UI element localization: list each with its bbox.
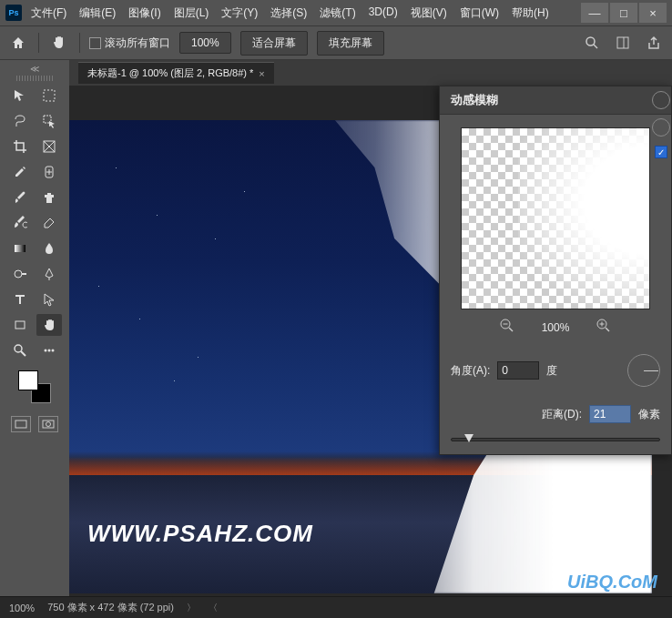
motion-blur-dialog[interactable]: 动感模糊 100% 角度(A): 度 距离(D): 像素	[439, 86, 672, 455]
rectangle-tool[interactable]	[7, 314, 33, 336]
brush-tool[interactable]	[7, 187, 33, 208]
zoom-level-button[interactable]: 100%	[179, 32, 231, 54]
workspace-icon[interactable]	[612, 32, 634, 54]
menu-type[interactable]: 文字(Y)	[221, 5, 258, 21]
menu-filter[interactable]: 滤镜(T)	[320, 5, 355, 21]
edit-toolbar[interactable]	[36, 339, 62, 361]
checkbox-icon[interactable]	[89, 37, 101, 49]
svg-line-1	[594, 45, 597, 48]
svg-point-20	[52, 350, 55, 352]
scroll-all-option[interactable]: 滚动所有窗口	[89, 35, 170, 51]
side-ok-icon[interactable]	[652, 91, 670, 109]
svg-rect-15	[15, 321, 25, 329]
angle-label: 角度(A):	[451, 363, 490, 379]
menu-3d[interactable]: 3D(D)	[369, 5, 398, 21]
options-bar: 滚动所有窗口 100% 适合屏幕 填充屏幕	[0, 25, 672, 60]
menu-help[interactable]: 帮助(H)	[512, 5, 549, 21]
svg-line-17	[21, 351, 25, 356]
zoom-out-icon[interactable]	[500, 319, 514, 336]
document-tab-row: 未标题-1 @ 100% (图层 2, RGB/8#) * ×	[69, 60, 672, 86]
zoom-in-icon[interactable]	[596, 319, 611, 336]
menu-layer[interactable]: 图层(L)	[174, 5, 209, 21]
move-tool[interactable]	[7, 85, 33, 106]
status-chevron-icon[interactable]: 〈	[209, 602, 218, 614]
distance-unit: 像素	[638, 407, 660, 422]
quick-select-tool[interactable]	[36, 110, 62, 132]
healing-tool[interactable]	[36, 161, 62, 183]
svg-rect-4	[44, 90, 55, 101]
brand-watermark: UiBQ.CoM	[567, 572, 657, 593]
gradient-tool[interactable]	[7, 238, 33, 259]
app-logo: Ps	[5, 5, 22, 21]
preview-checkbox[interactable]: ✓	[655, 146, 667, 158]
side-cancel-icon[interactable]	[652, 118, 670, 137]
svg-point-23	[46, 422, 51, 427]
distance-input[interactable]	[589, 405, 631, 423]
clone-tool[interactable]	[36, 187, 62, 208]
menu-edit[interactable]: 编辑(E)	[79, 5, 116, 21]
status-docinfo[interactable]: 750 像素 x 472 像素 (72 ppi)	[47, 601, 174, 614]
svg-rect-12	[15, 245, 25, 252]
history-brush-tool[interactable]	[7, 212, 33, 234]
status-chevron-icon[interactable]: 〉	[187, 602, 196, 614]
distance-label: 距离(D):	[542, 407, 582, 422]
fill-screen-button[interactable]: 填充屏幕	[317, 31, 384, 56]
svg-point-19	[48, 350, 51, 352]
close-tab-icon[interactable]: ×	[259, 68, 264, 79]
color-swatches[interactable]	[18, 370, 51, 403]
panel-grip[interactable]	[16, 76, 53, 81]
blur-tool[interactable]	[36, 238, 62, 259]
hand-icon[interactable]	[48, 32, 70, 54]
minimize-button[interactable]: —	[581, 3, 608, 23]
search-icon[interactable]	[581, 32, 603, 54]
menu-view[interactable]: 视图(V)	[411, 5, 447, 21]
menu-file[interactable]: 文件(F)	[31, 5, 66, 21]
marquee-tool[interactable]	[36, 85, 62, 106]
status-bar: 100% 750 像素 x 472 像素 (72 ppi) 〉 〈	[0, 596, 672, 618]
status-zoom[interactable]: 100%	[9, 603, 35, 613]
hand-tool[interactable]	[36, 314, 62, 336]
pen-tool[interactable]	[36, 263, 62, 285]
dodge-tool[interactable]	[7, 263, 33, 285]
distance-slider[interactable]	[451, 438, 660, 441]
svg-rect-21	[15, 420, 26, 428]
eyedropper-tool[interactable]	[7, 161, 33, 183]
share-icon[interactable]	[643, 32, 665, 54]
window-controls: — □ ×	[581, 3, 667, 23]
title-bar: Ps 文件(F) 编辑(E) 图像(I) 图层(L) 文字(Y) 选择(S) 滤…	[0, 0, 672, 25]
collapse-toolbox-icon[interactable]: ≪	[30, 64, 39, 74]
separator	[79, 33, 80, 53]
filter-preview[interactable]	[461, 127, 650, 309]
svg-point-13	[15, 270, 22, 278]
svg-point-18	[45, 350, 47, 352]
home-icon[interactable]	[7, 32, 29, 54]
watermark-text: WWW.PSAHZ.COM	[87, 520, 313, 548]
document-tab[interactable]: 未标题-1 @ 100% (图层 2, RGB/8#) * ×	[78, 62, 274, 84]
close-button[interactable]: ×	[639, 3, 667, 23]
standard-mode-icon[interactable]	[11, 416, 31, 432]
preview-zoom-value: 100%	[542, 321, 570, 334]
crop-tool[interactable]	[7, 136, 33, 157]
eraser-tool[interactable]	[36, 212, 62, 234]
fit-screen-button[interactable]: 适合屏幕	[240, 31, 308, 56]
svg-rect-2	[617, 37, 628, 48]
slider-thumb[interactable]	[464, 434, 473, 442]
frame-tool[interactable]	[36, 136, 62, 157]
path-select-tool[interactable]	[36, 289, 62, 310]
angle-dial[interactable]	[627, 354, 660, 387]
menu-image[interactable]: 图像(I)	[128, 5, 160, 21]
foreground-color[interactable]	[18, 370, 38, 390]
menu-select[interactable]: 选择(S)	[270, 5, 307, 21]
angle-unit: 度	[546, 363, 557, 379]
menu-window[interactable]: 窗口(W)	[460, 5, 499, 21]
maximize-button[interactable]: □	[610, 3, 637, 23]
type-tool[interactable]	[7, 289, 33, 310]
angle-input[interactable]	[497, 361, 539, 380]
preview-effect	[518, 128, 649, 309]
svg-line-26	[509, 328, 513, 331]
lasso-tool[interactable]	[7, 110, 33, 132]
quickmask-mode-icon[interactable]	[38, 416, 58, 432]
zoom-tool[interactable]	[7, 339, 33, 361]
dialog-title: 动感模糊	[440, 86, 671, 115]
svg-line-30	[606, 328, 609, 331]
